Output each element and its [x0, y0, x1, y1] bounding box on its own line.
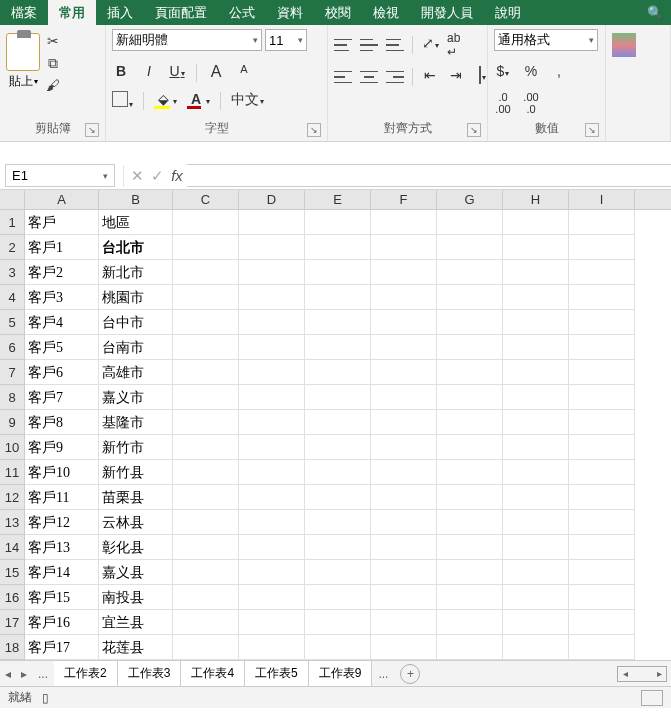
sheet-tab[interactable]: 工作表4: [181, 661, 245, 686]
fill-color-button[interactable]: ⬙▾: [154, 91, 177, 111]
cell-G4[interactable]: [437, 285, 503, 310]
merge-button[interactable]: ▾: [473, 67, 491, 87]
row-header[interactable]: 18: [0, 635, 25, 660]
cell-E7[interactable]: [305, 360, 371, 385]
tab-home[interactable]: 常用: [48, 0, 96, 25]
cancel-icon[interactable]: ✕: [127, 167, 147, 185]
cell-E17[interactable]: [305, 610, 371, 635]
cell-C6[interactable]: [173, 335, 239, 360]
cell-C13[interactable]: [173, 510, 239, 535]
enter-icon[interactable]: ✓: [147, 167, 167, 185]
cell-B4[interactable]: 桃園市: [99, 285, 173, 310]
cell-F13[interactable]: [371, 510, 437, 535]
cell-C15[interactable]: [173, 560, 239, 585]
tell-me-icon[interactable]: 🔍: [647, 0, 671, 25]
cell-B14[interactable]: 彰化县: [99, 535, 173, 560]
cell-H6[interactable]: [503, 335, 569, 360]
cell-A6[interactable]: 客戶5: [25, 335, 99, 360]
cell-D15[interactable]: [239, 560, 305, 585]
cell-C14[interactable]: [173, 535, 239, 560]
cut-icon[interactable]: ✂: [44, 33, 62, 49]
cell-A13[interactable]: 客戶12: [25, 510, 99, 535]
cell-B18[interactable]: 花莲县: [99, 635, 173, 660]
column-header-F[interactable]: F: [371, 190, 437, 209]
cell-A1[interactable]: 客戶: [25, 210, 99, 235]
row-header[interactable]: 1: [0, 210, 25, 235]
paste-button[interactable]: 貼上▾: [9, 73, 38, 90]
cell-B16[interactable]: 南投县: [99, 585, 173, 610]
cell-E1[interactable]: [305, 210, 371, 235]
cell-D13[interactable]: [239, 510, 305, 535]
row-header[interactable]: 6: [0, 335, 25, 360]
cell-H5[interactable]: [503, 310, 569, 335]
cell-B5[interactable]: 台中市: [99, 310, 173, 335]
sheet-tab[interactable]: 工作表5: [245, 661, 309, 686]
number-launcher-icon[interactable]: ↘: [585, 123, 599, 137]
cell-C11[interactable]: [173, 460, 239, 485]
macro-record-icon[interactable]: ▯: [42, 691, 49, 705]
cell-H11[interactable]: [503, 460, 569, 485]
conditional-formatting-icon[interactable]: [612, 33, 636, 57]
decrease-decimal-button[interactable]: .00.0: [522, 91, 540, 111]
cell-D8[interactable]: [239, 385, 305, 410]
cell-F15[interactable]: [371, 560, 437, 585]
cell-G11[interactable]: [437, 460, 503, 485]
cell-D7[interactable]: [239, 360, 305, 385]
row-header[interactable]: 11: [0, 460, 25, 485]
cell-F2[interactable]: [371, 235, 437, 260]
cell-A5[interactable]: 客戶4: [25, 310, 99, 335]
row-header[interactable]: 2: [0, 235, 25, 260]
cell-D2[interactable]: [239, 235, 305, 260]
column-header-A[interactable]: A: [25, 190, 99, 209]
cell-I8[interactable]: [569, 385, 635, 410]
formula-input[interactable]: [187, 164, 671, 187]
tab-review[interactable]: 校閱: [314, 0, 362, 25]
cell-E3[interactable]: [305, 260, 371, 285]
cell-B12[interactable]: 苗栗县: [99, 485, 173, 510]
cell-G14[interactable]: [437, 535, 503, 560]
tab-data[interactable]: 資料: [266, 0, 314, 25]
horizontal-scrollbar[interactable]: ◂▸: [617, 666, 667, 682]
sheet-nav-prev-icon[interactable]: ◂: [0, 667, 16, 681]
cell-C17[interactable]: [173, 610, 239, 635]
cell-A3[interactable]: 客戶2: [25, 260, 99, 285]
cell-B8[interactable]: 嘉义市: [99, 385, 173, 410]
cell-C18[interactable]: [173, 635, 239, 660]
column-header-G[interactable]: G: [437, 190, 503, 209]
cell-G13[interactable]: [437, 510, 503, 535]
cell-B9[interactable]: 基隆市: [99, 410, 173, 435]
cell-G7[interactable]: [437, 360, 503, 385]
tab-help[interactable]: 說明: [484, 0, 532, 25]
cell-A4[interactable]: 客戶3: [25, 285, 99, 310]
sheet-nav-next-icon[interactable]: ▸: [16, 667, 32, 681]
name-box[interactable]: E1▾: [5, 164, 115, 187]
cell-I14[interactable]: [569, 535, 635, 560]
column-header-B[interactable]: B: [99, 190, 173, 209]
cell-F3[interactable]: [371, 260, 437, 285]
cell-D17[interactable]: [239, 610, 305, 635]
cell-H3[interactable]: [503, 260, 569, 285]
cell-E14[interactable]: [305, 535, 371, 560]
copy-icon[interactable]: ⧉: [44, 55, 62, 71]
cell-F17[interactable]: [371, 610, 437, 635]
align-right-icon[interactable]: [386, 69, 404, 85]
bold-button[interactable]: B: [112, 63, 130, 83]
cell-I15[interactable]: [569, 560, 635, 585]
cell-I10[interactable]: [569, 435, 635, 460]
cell-C8[interactable]: [173, 385, 239, 410]
cell-F4[interactable]: [371, 285, 437, 310]
tab-layout[interactable]: 頁面配置: [144, 0, 218, 25]
tab-file[interactable]: 檔案: [0, 0, 48, 25]
column-header-E[interactable]: E: [305, 190, 371, 209]
cell-G5[interactable]: [437, 310, 503, 335]
cell-E8[interactable]: [305, 385, 371, 410]
cell-I4[interactable]: [569, 285, 635, 310]
cell-I18[interactable]: [569, 635, 635, 660]
font-name-combo[interactable]: 新細明體▾: [112, 29, 262, 51]
cell-A7[interactable]: 客戶6: [25, 360, 99, 385]
cell-A18[interactable]: 客戶17: [25, 635, 99, 660]
cell-G10[interactable]: [437, 435, 503, 460]
cell-G6[interactable]: [437, 335, 503, 360]
border-button[interactable]: ▾: [112, 91, 133, 111]
cell-B15[interactable]: 嘉义县: [99, 560, 173, 585]
